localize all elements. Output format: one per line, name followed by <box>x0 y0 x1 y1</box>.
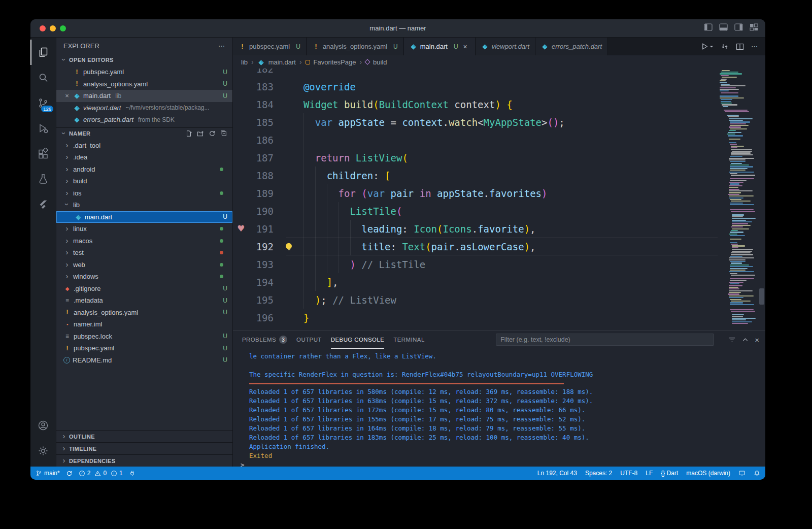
open-editor-pubspec.yaml[interactable]: !pubspec.yamlU <box>56 66 232 78</box>
panel-tab-output[interactable]: OUTPUT <box>296 330 322 349</box>
close-editor-icon[interactable]: × <box>63 92 71 100</box>
tree-file-namer.iml[interactable]: ▪namer.iml <box>56 318 232 330</box>
tree-folder-web[interactable]: ›web <box>56 259 232 271</box>
tab-errors_patch.dart[interactable]: errors_patch.dart <box>535 38 608 55</box>
breadcrumb-item[interactable]: FavoritesPage <box>314 58 356 66</box>
tab-pubspec.yaml[interactable]: !pubspec.yamlU <box>233 38 307 55</box>
console-input-prompt[interactable]: > <box>241 460 765 467</box>
editor-scrollbar[interactable] <box>758 69 765 330</box>
more-actions-icon[interactable]: ⋯ <box>751 43 758 50</box>
status-cursor-position[interactable]: Ln 192, Col 43 <box>537 470 577 477</box>
accounts-icon[interactable] <box>30 413 56 438</box>
minimap[interactable] <box>720 69 758 330</box>
breadcrumb-item[interactable]: lib <box>241 58 248 66</box>
refresh-icon[interactable] <box>209 130 216 137</box>
open-editors-header[interactable]: › OPEN EDITORS <box>56 54 232 66</box>
close-window-button[interactable] <box>40 25 46 31</box>
notifications-bell-icon[interactable] <box>754 470 760 477</box>
code-line[interactable]: 187 return ListView( <box>233 149 720 167</box>
panel-tab-problems[interactable]: PROBLEMS3 <box>242 330 287 349</box>
tree-folder-windows[interactable]: ›windows <box>56 271 232 283</box>
panel-tab-debug-console[interactable]: DEBUG CONSOLE <box>331 330 385 349</box>
explorer-icon[interactable] <box>30 40 56 65</box>
open-editor-errors_patch.dart[interactable]: errors_patch.dartfrom the SDK <box>56 114 232 126</box>
code-line[interactable]: 189 for (var pair in appState.favorites) <box>233 184 720 202</box>
problems-indicator[interactable]: 2 0 1 <box>79 470 123 477</box>
tree-folder-lib[interactable]: ›lib <box>56 199 232 211</box>
section-outline[interactable]: ›OUTLINE <box>56 430 232 442</box>
section-timeline[interactable]: ›TIMELINE <box>56 442 232 454</box>
explorer-more-actions-icon[interactable]: ⋯ <box>218 42 225 50</box>
status-language-mode[interactable]: {} Dart <box>661 470 678 477</box>
breadcrumb-item[interactable]: main.dart <box>268 58 296 66</box>
source-control-icon[interactable]: 126 <box>30 90 56 116</box>
code-line[interactable]: ♥191 leading: Icon(Icons.favorite), <box>233 220 720 238</box>
code-line[interactable]: 184 Widget build(BuildContext context) { <box>233 95 720 113</box>
toggle-secondary-sidebar-icon[interactable] <box>734 23 743 31</box>
status-eol[interactable]: LF <box>646 470 653 477</box>
tree-file-.gitignore[interactable]: ◆.gitignoreU <box>56 283 232 295</box>
close-panel-icon[interactable]: × <box>755 336 759 344</box>
status-indentation[interactable]: Spaces: 2 <box>585 470 612 477</box>
collapse-folders-icon[interactable] <box>220 130 227 137</box>
tree-folder-build[interactable]: ›build <box>56 175 232 187</box>
code-line[interactable]: 188 children: [ <box>233 167 720 184</box>
code-line[interactable]: 183 @override <box>233 78 720 95</box>
tree-file-.metadata[interactable]: ≡.metadataU <box>56 294 232 307</box>
panel-tab-terminal[interactable]: TERMINAL <box>393 330 424 349</box>
flutter-icon[interactable] <box>30 192 56 217</box>
code-editor[interactable]: 182183 @override184 Widget build(BuildCo… <box>233 69 765 330</box>
open-editor-main.dart[interactable]: ×main.dartlibU <box>56 90 232 102</box>
toggle-sidebar-icon[interactable] <box>704 23 713 31</box>
customize-layout-icon[interactable] <box>750 23 758 31</box>
code-line[interactable]: 194 ], <box>233 273 720 291</box>
tree-folder-macos[interactable]: ›macos <box>56 235 232 247</box>
tree-file-pubspec.lock[interactable]: ≡pubspec.lockU <box>56 330 232 343</box>
tree-file-pubspec.yaml[interactable]: !pubspec.yamlU <box>56 342 232 354</box>
code-line[interactable]: 190 ListTile( <box>233 202 720 220</box>
code-line[interactable]: 182 <box>233 69 720 78</box>
git-branch-indicator[interactable]: main* <box>36 470 60 477</box>
code-line[interactable]: 186 <box>233 131 720 149</box>
tab-analysis_options.yaml[interactable]: !analysis_options.yamlU <box>307 38 404 55</box>
tree-folder-.dart_tool[interactable]: ›.dart_tool <box>56 140 232 152</box>
scrollbar-thumb[interactable] <box>759 288 764 305</box>
open-editor-analysis_options.yaml[interactable]: !analysis_options.yamlU <box>56 78 232 90</box>
zoom-window-button[interactable] <box>60 25 66 31</box>
heart-gutter-icon[interactable]: ♥ <box>237 223 245 234</box>
breadcrumb-item[interactable]: build <box>373 58 387 66</box>
open-changes-icon[interactable] <box>721 43 729 51</box>
tree-folder-android[interactable]: ›android <box>56 163 232 176</box>
extensions-icon[interactable] <box>30 141 56 167</box>
section-dependencies[interactable]: ›DEPENDENCIES <box>56 454 232 467</box>
run-debug-icon[interactable] <box>30 116 56 141</box>
console-filter-input[interactable] <box>496 334 714 346</box>
remote-icon[interactable] <box>738 470 746 477</box>
tree-folder-test[interactable]: ›test <box>56 247 232 259</box>
lightbulb-icon[interactable] <box>286 243 292 249</box>
titlebar[interactable]: main.dart — namer <box>30 19 765 38</box>
toggle-panel-icon[interactable] <box>719 23 728 31</box>
tree-file-analysis_options.yaml[interactable]: !analysis_options.yamlU <box>56 307 232 319</box>
debug-plug-icon[interactable] <box>129 470 136 477</box>
tree-folder-linux[interactable]: ›linux <box>56 223 232 235</box>
filter-icon[interactable] <box>728 336 736 344</box>
run-file-button[interactable] <box>701 43 714 50</box>
testing-icon[interactable] <box>30 167 56 192</box>
status-os[interactable]: macOS (darwin) <box>686 470 730 477</box>
tab-main.dart[interactable]: main.dartU× <box>404 38 476 55</box>
close-tab-icon[interactable]: × <box>461 43 469 51</box>
settings-gear-icon[interactable] <box>30 438 56 464</box>
tab-viewport.dart[interactable]: viewport.dart <box>476 38 535 55</box>
code-line[interactable]: 193 ) // ListTile <box>233 255 720 273</box>
tree-file-main.dart[interactable]: main.dartU <box>56 211 232 223</box>
tree-folder-ios[interactable]: ›ios <box>56 187 232 200</box>
minimize-window-button[interactable] <box>50 25 56 31</box>
split-editor-icon[interactable] <box>736 43 744 51</box>
code-line[interactable]: 185 var appState = context.watch<MyAppSt… <box>233 113 720 131</box>
project-section-header[interactable]: › NAMER <box>56 127 232 140</box>
code-line[interactable]: 195 ); // ListView <box>233 291 720 309</box>
code-line[interactable]: 196 } <box>233 309 720 326</box>
tree-folder-.idea[interactable]: ›.idea <box>56 151 232 163</box>
tree-file-README.md[interactable]: iREADME.mdU <box>56 354 232 367</box>
